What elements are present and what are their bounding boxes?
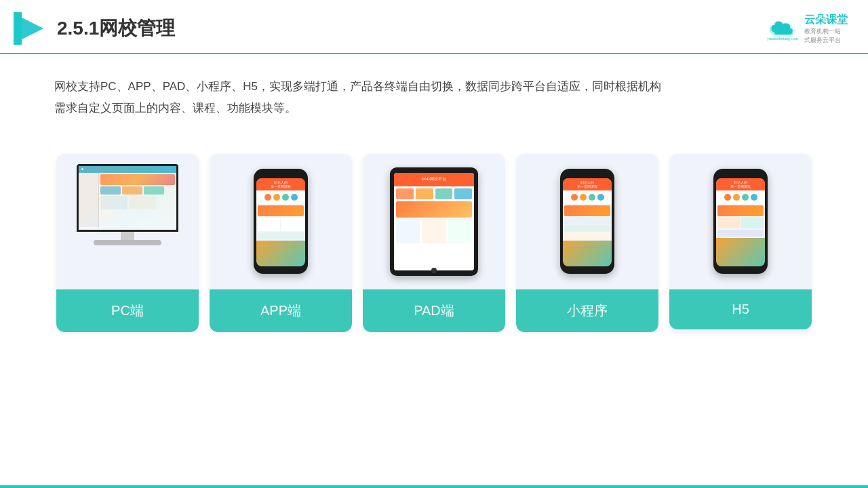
svg-text:yunduoketang.com: yunduoketang.com <box>767 37 798 41</box>
description-paragraph: 网校支持PC、APP、PAD、小程序、H5，实现多端打通，产品各终端自由切换，数… <box>54 76 814 98</box>
card-app-label: APP端 <box>210 289 352 332</box>
svg-rect-2 <box>14 12 22 45</box>
card-pad-label: PAD端 <box>363 289 505 332</box>
brand-name: 云朵课堂 <box>804 13 848 27</box>
card-pc-image <box>56 154 199 289</box>
page-title: 2.5.1网校管理 <box>57 16 175 41</box>
brand-area: yunduoketang.com 云朵课堂 教育机构一站 式服务云平台 <box>765 13 848 45</box>
brand-logo: yunduoketang.com 云朵课堂 教育机构一站 式服务云平台 <box>765 13 848 45</box>
card-h5: 职达人的第一堂网课程 <box>669 154 812 332</box>
card-pc: PC端 <box>56 154 199 332</box>
cards-container: PC端 职达人的第一堂网课程 <box>0 140 868 346</box>
description-paragraph-2: 需求自定义页面上的内容、课程、功能模块等。 <box>54 98 814 119</box>
phone-miniprogram-mockup: 职达人的第一堂网课程 <box>560 169 614 274</box>
phone-app-mockup: 职达人的第一堂网课程 <box>254 169 308 274</box>
logo-icon <box>14 12 46 45</box>
pc-base <box>94 240 161 245</box>
phone-h5-mockup: 职达人的第一堂网课程 <box>713 169 768 274</box>
tablet-mockup: PAD网校平台 <box>390 167 478 276</box>
cloud-icon: yunduoketang.com <box>765 16 800 41</box>
pc-screen <box>77 164 178 232</box>
card-pad-image: PAD网校平台 <box>363 154 505 289</box>
header-left: 2.5.1网校管理 <box>14 12 175 45</box>
brand-subtitle: 教育机构一站 式服务云平台 <box>804 27 848 45</box>
card-h5-image: 职达人的第一堂网课程 <box>669 154 812 289</box>
card-pad: PAD网校平台 <box>363 154 505 332</box>
description-text: 网校支持PC、APP、PAD、小程序、H5，实现多端打通，产品各终端自由切换，数… <box>0 54 868 134</box>
pc-neck <box>121 232 134 240</box>
card-h5-label: H5 <box>669 289 812 329</box>
header: 2.5.1网校管理 yunduoketang.com 云朵课堂 教育机构一站 式… <box>0 0 868 54</box>
card-miniprogram-image: 职达人的第一堂网课程 <box>516 154 658 289</box>
card-miniprogram: 职达人的第一堂网课程 小程序 <box>516 154 658 332</box>
card-app: 职达人的第一堂网课程 <box>210 154 352 332</box>
pc-mockup <box>73 164 182 279</box>
card-miniprogram-label: 小程序 <box>516 289 658 332</box>
bottom-line <box>0 485 868 488</box>
card-pc-label: PC端 <box>56 289 199 332</box>
card-app-image: 职达人的第一堂网课程 <box>210 154 352 289</box>
